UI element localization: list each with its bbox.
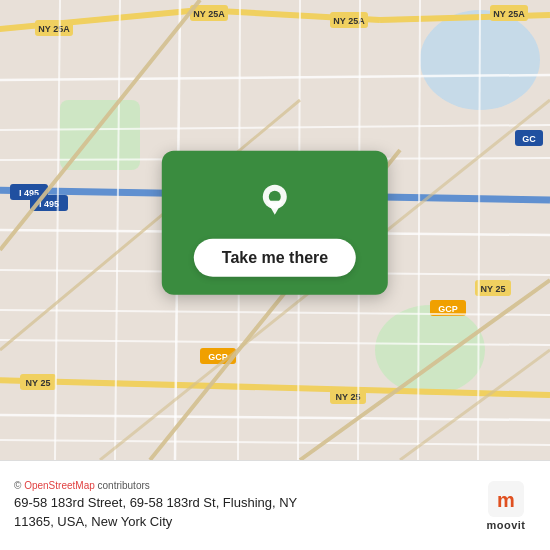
osm-attribution: © OpenStreetMap contributors (14, 480, 297, 491)
attribution-suffix: contributors (95, 480, 150, 491)
moovit-logo: m moovit (476, 481, 536, 531)
svg-text:GCP: GCP (438, 304, 458, 314)
svg-text:NY 25A: NY 25A (493, 9, 525, 19)
svg-text:NY 25A: NY 25A (193, 9, 225, 19)
svg-text:m: m (497, 489, 515, 511)
svg-text:GC: GC (522, 134, 536, 144)
map-container: NY 25A NY 25A NY 25A NY 25A I 495 I 295 … (0, 0, 550, 460)
green-card: Take me there (162, 151, 388, 295)
svg-text:NY 25: NY 25 (336, 392, 361, 402)
moovit-label: moovit (486, 519, 525, 531)
take-me-there-button[interactable]: Take me there (194, 239, 356, 277)
svg-text:NY 25: NY 25 (481, 284, 506, 294)
address-text: 69-58 183rd Street, 69-58 183rd St, Flus… (14, 494, 297, 530)
moovit-icon: m (488, 481, 524, 517)
attribution-prefix: © (14, 480, 24, 491)
address-line1: 69-58 183rd Street, 69-58 183rd St, Flus… (14, 495, 297, 510)
bottom-info: © OpenStreetMap contributors 69-58 183rd… (14, 480, 297, 530)
take-me-there-overlay: Take me there (162, 151, 388, 295)
svg-point-2 (375, 305, 485, 395)
osm-link[interactable]: OpenStreetMap (24, 480, 95, 491)
moovit-icon-svg: m (488, 481, 524, 517)
svg-text:NY 25: NY 25 (26, 378, 51, 388)
svg-text:NY 25A: NY 25A (38, 24, 70, 34)
address-line2: 11365, USA, New York City (14, 514, 172, 529)
svg-marker-60 (267, 201, 283, 215)
bottom-bar: © OpenStreetMap contributors 69-58 183rd… (0, 460, 550, 550)
location-pin-icon (253, 179, 297, 223)
